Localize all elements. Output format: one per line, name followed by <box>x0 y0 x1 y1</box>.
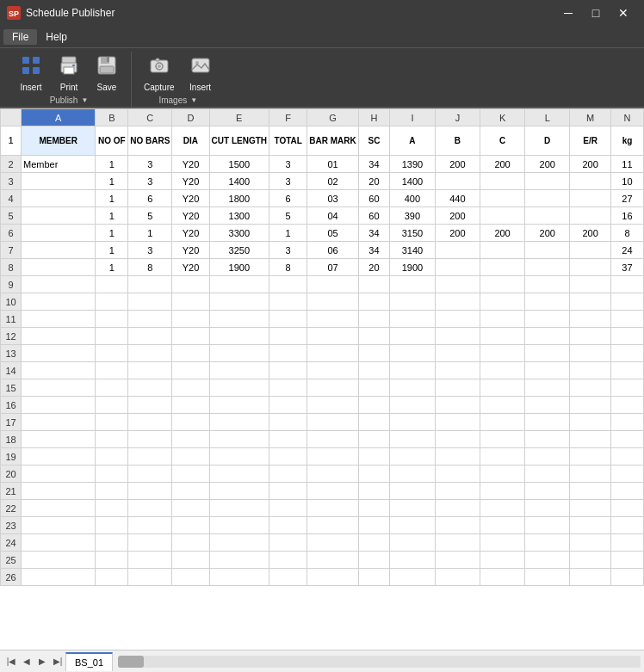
empty-cell[interactable] <box>209 414 269 431</box>
empty-cell[interactable] <box>390 345 436 362</box>
data-cell-r3c3[interactable]: Y20 <box>172 173 209 190</box>
data-cell-r6c9[interactable]: 200 <box>435 225 480 242</box>
empty-cell[interactable] <box>435 448 480 465</box>
empty-cell[interactable] <box>525 534 570 552</box>
empty-cell[interactable] <box>435 431 480 448</box>
data-cell-r8c9[interactable] <box>435 259 480 276</box>
empty-cell[interactable] <box>570 448 611 465</box>
header-cell-9[interactable]: B <box>435 126 480 156</box>
empty-cell[interactable] <box>22 552 96 569</box>
empty-cell[interactable] <box>358 362 389 379</box>
empty-cell[interactable] <box>128 345 172 362</box>
empty-cell[interactable] <box>610 397 643 414</box>
empty-cell[interactable] <box>435 414 480 431</box>
empty-cell[interactable] <box>128 293 172 311</box>
data-cell-r2c8[interactable]: 1390 <box>390 156 436 173</box>
sheet-nav-prev[interactable]: ◀ <box>19 654 34 669</box>
header-cell-12[interactable]: E/R <box>570 126 611 156</box>
empty-cell[interactable] <box>610 483 643 500</box>
empty-cell[interactable] <box>390 517 436 534</box>
empty-cell[interactable] <box>307 552 358 569</box>
empty-cell[interactable] <box>525 431 570 448</box>
maximize-button[interactable]: □ <box>582 0 610 26</box>
empty-cell[interactable] <box>96 552 128 569</box>
empty-cell[interactable] <box>269 500 307 517</box>
empty-cell[interactable] <box>358 448 389 465</box>
col-header-m[interactable]: M <box>570 109 611 126</box>
empty-cell[interactable] <box>269 465 307 483</box>
empty-cell[interactable] <box>570 345 611 362</box>
empty-cell[interactable] <box>172 569 209 586</box>
empty-cell[interactable] <box>209 552 269 569</box>
data-cell-r5c9[interactable]: 200 <box>435 207 480 225</box>
empty-cell[interactable] <box>390 448 436 465</box>
empty-cell[interactable] <box>172 431 209 448</box>
data-cell-r5c0[interactable] <box>22 207 96 225</box>
empty-cell[interactable] <box>390 569 436 586</box>
empty-cell[interactable] <box>172 552 209 569</box>
empty-cell[interactable] <box>480 448 524 465</box>
empty-cell[interactable] <box>307 362 358 379</box>
empty-cell[interactable] <box>358 414 389 431</box>
empty-cell[interactable] <box>128 362 172 379</box>
empty-cell[interactable] <box>209 311 269 328</box>
empty-cell[interactable] <box>358 500 389 517</box>
data-cell-r4c9[interactable]: 440 <box>435 190 480 207</box>
data-cell-r8c12[interactable] <box>570 259 611 276</box>
empty-cell[interactable] <box>307 517 358 534</box>
empty-cell[interactable] <box>269 345 307 362</box>
print-button[interactable]: Print <box>52 52 86 96</box>
empty-cell[interactable] <box>172 414 209 431</box>
empty-cell[interactable] <box>209 293 269 311</box>
empty-cell[interactable] <box>358 345 389 362</box>
empty-cell[interactable] <box>128 500 172 517</box>
data-cell-r4c8[interactable]: 400 <box>390 190 436 207</box>
data-cell-r8c8[interactable]: 1900 <box>390 259 436 276</box>
empty-cell[interactable] <box>307 465 358 483</box>
empty-cell[interactable] <box>480 414 524 431</box>
col-header-k[interactable]: K <box>480 109 524 126</box>
empty-cell[interactable] <box>96 414 128 431</box>
empty-cell[interactable] <box>209 362 269 379</box>
sheet-nav-last[interactable]: ▶| <box>50 654 65 669</box>
data-cell-r4c10[interactable] <box>480 190 524 207</box>
empty-cell[interactable] <box>269 414 307 431</box>
empty-cell[interactable] <box>480 345 524 362</box>
empty-cell[interactable] <box>172 448 209 465</box>
empty-cell[interactable] <box>307 293 358 311</box>
col-header-e[interactable]: E <box>209 109 269 126</box>
empty-cell[interactable] <box>480 293 524 311</box>
empty-cell[interactable] <box>390 500 436 517</box>
empty-cell[interactable] <box>358 293 389 311</box>
empty-cell[interactable] <box>480 552 524 569</box>
header-cell-8[interactable]: A <box>390 126 436 156</box>
empty-cell[interactable] <box>22 276 96 293</box>
empty-cell[interactable] <box>570 534 611 552</box>
empty-cell[interactable] <box>570 552 611 569</box>
empty-cell[interactable] <box>525 293 570 311</box>
empty-cell[interactable] <box>96 362 128 379</box>
capture-button[interactable]: Capture <box>139 52 180 96</box>
empty-cell[interactable] <box>128 534 172 552</box>
empty-cell[interactable] <box>269 552 307 569</box>
header-cell-0[interactable]: MEMBER <box>22 126 96 156</box>
empty-cell[interactable] <box>358 397 389 414</box>
empty-cell[interactable] <box>525 569 570 586</box>
empty-cell[interactable] <box>22 379 96 397</box>
data-cell-r7c13[interactable]: 24 <box>610 242 643 259</box>
empty-cell[interactable] <box>435 276 480 293</box>
header-cell-2[interactable]: NO BARS <box>128 126 172 156</box>
empty-cell[interactable] <box>128 483 172 500</box>
empty-cell[interactable] <box>610 534 643 552</box>
empty-cell[interactable] <box>172 465 209 483</box>
empty-cell[interactable] <box>610 465 643 483</box>
data-cell-r6c6[interactable]: 05 <box>307 225 358 242</box>
empty-cell[interactable] <box>358 465 389 483</box>
header-cell-7[interactable]: SC <box>358 126 389 156</box>
empty-cell[interactable] <box>570 397 611 414</box>
empty-cell[interactable] <box>390 379 436 397</box>
empty-cell[interactable] <box>358 379 389 397</box>
header-cell-13[interactable]: kg <box>610 126 643 156</box>
empty-cell[interactable] <box>435 465 480 483</box>
empty-cell[interactable] <box>435 293 480 311</box>
